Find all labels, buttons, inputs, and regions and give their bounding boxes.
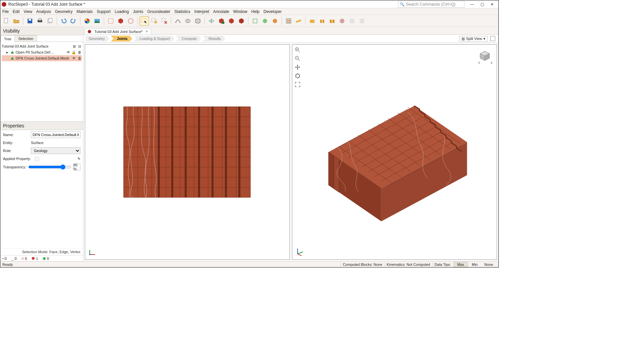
pan-icon[interactable] bbox=[294, 64, 301, 71]
menu-file[interactable]: File bbox=[2, 9, 9, 14]
selection-tool-button[interactable] bbox=[140, 16, 149, 26]
block3-button[interactable] bbox=[327, 16, 337, 26]
lock-select-button[interactable] bbox=[150, 16, 159, 26]
tool-b-button[interactable] bbox=[357, 16, 367, 26]
orientation-cube[interactable]: S E bbox=[475, 47, 494, 67]
red-polyhedron1-button[interactable] bbox=[217, 16, 226, 26]
menu-joints[interactable]: Joints bbox=[133, 9, 143, 14]
open-file-button[interactable] bbox=[12, 16, 21, 26]
cube-green-button[interactable] bbox=[250, 16, 260, 26]
step-results[interactable]: Results bbox=[202, 36, 225, 42]
block1-button[interactable] bbox=[308, 16, 317, 26]
delete-icon[interactable]: 🗑 bbox=[77, 50, 82, 55]
visibility-tree: Tutorial 03 Add Joint Surface ⊞ ⊟ ▸ Open… bbox=[0, 42, 83, 121]
color-wheel-button[interactable] bbox=[82, 16, 92, 26]
red-polyhedron2-button[interactable] bbox=[227, 16, 236, 26]
menu-statistics[interactable]: Statistics bbox=[174, 9, 190, 14]
entity-label: Entity: bbox=[3, 141, 29, 145]
select-window-button[interactable] bbox=[106, 16, 115, 26]
intersect-button[interactable] bbox=[183, 16, 193, 26]
delete-icon[interactable]: 🗑 bbox=[77, 56, 82, 61]
reset-view-icon[interactable] bbox=[294, 73, 301, 79]
redo-button[interactable] bbox=[69, 16, 78, 26]
region-button[interactable] bbox=[193, 16, 202, 26]
lock-icon[interactable]: 🔒 bbox=[71, 50, 76, 55]
eye-icon[interactable]: 👁 bbox=[71, 56, 76, 61]
tree-item-open-pit[interactable]: ▸ Open Pit Surface.Default.Mesh_ext 👁 🔒 … bbox=[2, 49, 82, 55]
view-selector[interactable]: ▥ Split View ▾ bbox=[459, 36, 488, 42]
count-point: •0 bbox=[2, 257, 7, 261]
expand-all-icon[interactable]: ⊞ bbox=[72, 44, 76, 49]
cube-outline-button[interactable] bbox=[126, 16, 135, 26]
menu-edit[interactable]: Edit bbox=[13, 9, 20, 14]
tab-tree[interactable]: Tree bbox=[0, 36, 15, 42]
tips-min-button[interactable]: Min bbox=[468, 262, 481, 266]
main-toolbar bbox=[0, 15, 498, 27]
menu-developer[interactable]: Developer bbox=[264, 9, 282, 14]
print-button[interactable] bbox=[35, 16, 45, 26]
edit-pencil-icon[interactable]: ✎ bbox=[77, 157, 80, 161]
tips-none-button[interactable]: None bbox=[481, 262, 496, 266]
eye-icon[interactable]: 👁 bbox=[66, 50, 70, 55]
role-select[interactable]: Geology bbox=[31, 147, 80, 154]
menu-materials[interactable]: Materials bbox=[76, 9, 93, 14]
transparency-slider[interactable] bbox=[28, 164, 71, 170]
menu-support[interactable]: Support bbox=[97, 9, 111, 14]
sphere-button[interactable] bbox=[337, 16, 347, 26]
menu-annotate[interactable]: Annotate bbox=[213, 9, 229, 14]
zoom-in-icon[interactable] bbox=[294, 47, 301, 53]
menu-help[interactable]: Help bbox=[251, 9, 260, 14]
tab-selection[interactable]: Selection bbox=[15, 35, 37, 42]
file-tab[interactable]: Tutorial 03 Add Joint Surface* ✕ bbox=[85, 28, 151, 34]
search-commands[interactable]: 🔍 Search Commands (Ctrl+Q) bbox=[398, 1, 464, 8]
minimize-button[interactable]: — bbox=[467, 1, 477, 8]
menu-analysis[interactable]: Analysis bbox=[36, 9, 51, 14]
step-geometry[interactable]: Geometry bbox=[85, 36, 109, 42]
block2-button[interactable] bbox=[318, 16, 327, 26]
image-button[interactable] bbox=[92, 16, 102, 26]
hex-green-button[interactable] bbox=[260, 16, 270, 26]
viewport-plan[interactable] bbox=[85, 44, 290, 260]
svg-rect-24 bbox=[360, 19, 364, 23]
step-compute[interactable]: Compute bbox=[176, 36, 201, 42]
menu-loading[interactable]: Loading bbox=[115, 9, 129, 14]
close-tab-icon[interactable]: ✕ bbox=[145, 29, 148, 34]
tree-root-row[interactable]: Tutorial 03 Add Joint Surface ⊞ ⊟ bbox=[2, 43, 82, 49]
svg-rect-23 bbox=[350, 19, 354, 23]
menu-groundwater[interactable]: Groundwater bbox=[147, 9, 170, 14]
new-file-button[interactable] bbox=[2, 16, 11, 26]
cube-red-button[interactable] bbox=[116, 16, 125, 26]
expand-icon[interactable]: ▸ bbox=[6, 50, 9, 55]
step-loading[interactable]: Loading & Support bbox=[134, 36, 175, 42]
menu-view[interactable]: View bbox=[24, 9, 32, 14]
tips-max-button[interactable]: Max bbox=[453, 262, 468, 267]
measure-button[interactable] bbox=[294, 16, 303, 26]
tree-item-dfn[interactable]: DFN Cross-Jointed.Default.Mesh 👁 🗑 bbox=[2, 55, 82, 61]
transparency-spinner[interactable]: 85 % bbox=[73, 164, 80, 170]
save-button[interactable] bbox=[25, 16, 35, 26]
counts-bar: •0 ⎯0 ▱0 ⬣1 ▣0 bbox=[0, 255, 83, 261]
clear-select-button[interactable] bbox=[160, 16, 169, 26]
role-label: Role: bbox=[3, 149, 29, 153]
view-extra-button[interactable] bbox=[489, 35, 496, 42]
fit-icon[interactable] bbox=[294, 81, 301, 88]
rotate3d-button[interactable] bbox=[207, 16, 216, 26]
collapse-all-icon[interactable]: ⊟ bbox=[77, 44, 82, 49]
menu-window[interactable]: Window bbox=[233, 9, 247, 14]
red-polyhedron3-button[interactable] bbox=[237, 16, 246, 26]
menu-geometry[interactable]: Geometry bbox=[55, 9, 73, 14]
tool-a-button[interactable] bbox=[347, 16, 357, 26]
step-joints[interactable]: Joints bbox=[111, 36, 132, 42]
menu-interpret[interactable]: Interpret bbox=[194, 9, 209, 14]
zoom-out-icon[interactable] bbox=[294, 55, 301, 62]
viewport-3d[interactable]: S E bbox=[292, 44, 497, 260]
undo-button[interactable] bbox=[59, 16, 68, 26]
copy-view-button[interactable] bbox=[45, 16, 55, 26]
hex-orange-button[interactable] bbox=[270, 16, 280, 26]
curve-button[interactable] bbox=[173, 16, 183, 26]
grid-button[interactable] bbox=[284, 16, 293, 26]
name-field[interactable] bbox=[31, 131, 80, 138]
maximize-button[interactable]: ▢ bbox=[477, 1, 487, 8]
close-button[interactable]: ✕ bbox=[487, 1, 497, 8]
svg-rect-26 bbox=[124, 107, 251, 198]
